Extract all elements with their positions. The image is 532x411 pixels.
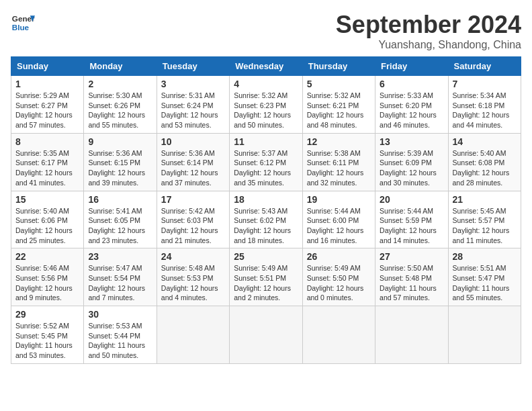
table-row: 28Sunrise: 5:51 AMSunset: 5:47 PMDayligh… bbox=[448, 248, 521, 306]
col-sunday: Sunday bbox=[11, 57, 84, 76]
logo-icon: General Blue bbox=[11, 11, 35, 35]
location-subtitle: Yuanshang, Shandong, China bbox=[336, 39, 521, 51]
col-thursday: Thursday bbox=[302, 57, 375, 76]
table-row: 1Sunrise: 5:29 AMSunset: 6:27 PMDaylight… bbox=[11, 76, 84, 134]
calendar-table: Sunday Monday Tuesday Wednesday Thursday… bbox=[11, 56, 521, 364]
logo: General Blue bbox=[11, 11, 35, 35]
col-tuesday: Tuesday bbox=[157, 57, 229, 76]
calendar-week-5: 29Sunrise: 5:52 AMSunset: 5:45 PMDayligh… bbox=[11, 306, 521, 364]
calendar-week-4: 22Sunrise: 5:46 AMSunset: 5:56 PMDayligh… bbox=[11, 248, 521, 306]
table-row: 26Sunrise: 5:49 AMSunset: 5:50 PMDayligh… bbox=[302, 248, 375, 306]
table-row: 23Sunrise: 5:47 AMSunset: 5:54 PMDayligh… bbox=[84, 248, 157, 306]
table-row: 15Sunrise: 5:40 AMSunset: 6:06 PMDayligh… bbox=[11, 191, 84, 248]
table-row: 5Sunrise: 5:32 AMSunset: 6:21 PMDaylight… bbox=[302, 76, 375, 134]
col-wednesday: Wednesday bbox=[230, 57, 302, 76]
table-row: 21Sunrise: 5:45 AMSunset: 5:57 PMDayligh… bbox=[448, 191, 521, 248]
table-row: 16Sunrise: 5:41 AMSunset: 6:05 PMDayligh… bbox=[84, 191, 157, 248]
calendar-week-2: 8Sunrise: 5:35 AMSunset: 6:17 PMDaylight… bbox=[11, 133, 521, 191]
table-row bbox=[157, 306, 229, 364]
page-header: General Blue September 2024 Yuanshang, S… bbox=[11, 11, 521, 51]
table-row: 6Sunrise: 5:33 AMSunset: 6:20 PMDaylight… bbox=[375, 76, 448, 134]
table-row: 4Sunrise: 5:32 AMSunset: 6:23 PMDaylight… bbox=[230, 76, 302, 134]
table-row: 12Sunrise: 5:38 AMSunset: 6:11 PMDayligh… bbox=[302, 133, 375, 191]
table-row: 19Sunrise: 5:44 AMSunset: 6:00 PMDayligh… bbox=[302, 191, 375, 248]
col-monday: Monday bbox=[84, 57, 157, 76]
col-saturday: Saturday bbox=[448, 57, 521, 76]
calendar-week-1: 1Sunrise: 5:29 AMSunset: 6:27 PMDaylight… bbox=[11, 76, 521, 134]
table-row bbox=[230, 306, 302, 364]
table-row: 17Sunrise: 5:42 AMSunset: 6:03 PMDayligh… bbox=[157, 191, 229, 248]
col-friday: Friday bbox=[375, 57, 448, 76]
table-row: 27Sunrise: 5:50 AMSunset: 5:48 PMDayligh… bbox=[375, 248, 448, 306]
table-row: 7Sunrise: 5:34 AMSunset: 6:18 PMDaylight… bbox=[448, 76, 521, 134]
table-row: 30Sunrise: 5:53 AMSunset: 5:44 PMDayligh… bbox=[84, 306, 157, 364]
table-row: 10Sunrise: 5:36 AMSunset: 6:14 PMDayligh… bbox=[157, 133, 229, 191]
table-row: 3Sunrise: 5:31 AMSunset: 6:24 PMDaylight… bbox=[157, 76, 229, 134]
table-row: 2Sunrise: 5:30 AMSunset: 6:26 PMDaylight… bbox=[84, 76, 157, 134]
table-row: 11Sunrise: 5:37 AMSunset: 6:12 PMDayligh… bbox=[230, 133, 302, 191]
table-row: 18Sunrise: 5:43 AMSunset: 6:02 PMDayligh… bbox=[230, 191, 302, 248]
table-row: 25Sunrise: 5:49 AMSunset: 5:51 PMDayligh… bbox=[230, 248, 302, 306]
table-row: 24Sunrise: 5:48 AMSunset: 5:53 PMDayligh… bbox=[157, 248, 229, 306]
svg-text:Blue: Blue bbox=[12, 23, 30, 32]
table-row: 14Sunrise: 5:40 AMSunset: 6:08 PMDayligh… bbox=[448, 133, 521, 191]
calendar-header-row: Sunday Monday Tuesday Wednesday Thursday… bbox=[11, 57, 521, 76]
month-title: September 2024 bbox=[336, 11, 521, 39]
table-row bbox=[302, 306, 375, 364]
calendar-week-3: 15Sunrise: 5:40 AMSunset: 6:06 PMDayligh… bbox=[11, 191, 521, 248]
table-row: 29Sunrise: 5:52 AMSunset: 5:45 PMDayligh… bbox=[11, 306, 84, 364]
table-row: 9Sunrise: 5:36 AMSunset: 6:15 PMDaylight… bbox=[84, 133, 157, 191]
table-row: 13Sunrise: 5:39 AMSunset: 6:09 PMDayligh… bbox=[375, 133, 448, 191]
table-row bbox=[448, 306, 521, 364]
table-row bbox=[375, 306, 448, 364]
table-row: 8Sunrise: 5:35 AMSunset: 6:17 PMDaylight… bbox=[11, 133, 84, 191]
table-row: 20Sunrise: 5:44 AMSunset: 5:59 PMDayligh… bbox=[375, 191, 448, 248]
table-row: 22Sunrise: 5:46 AMSunset: 5:56 PMDayligh… bbox=[11, 248, 84, 306]
title-block: September 2024 Yuanshang, Shandong, Chin… bbox=[336, 11, 521, 51]
